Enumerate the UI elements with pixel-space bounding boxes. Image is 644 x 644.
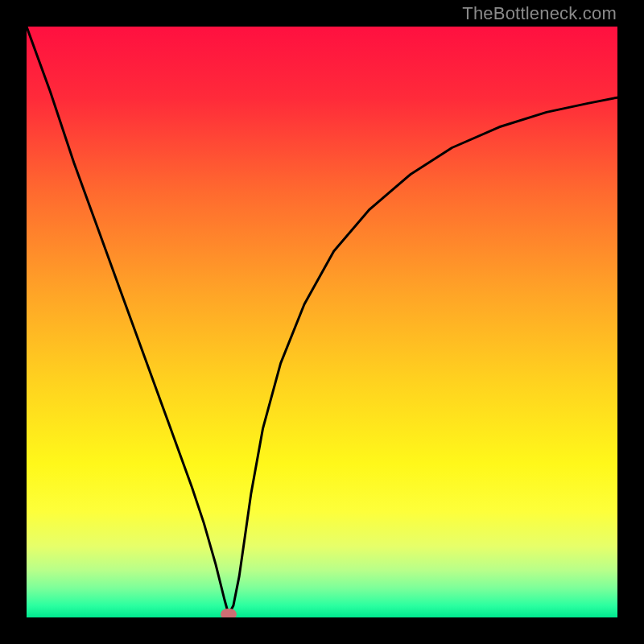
- optimal-point-marker: [221, 609, 237, 617]
- watermark-text: TheBottleneck.com: [462, 3, 617, 24]
- plot-area: [27, 27, 617, 617]
- chart-frame: TheBottleneck.com: [0, 0, 644, 644]
- bottleneck-curve: [27, 27, 617, 617]
